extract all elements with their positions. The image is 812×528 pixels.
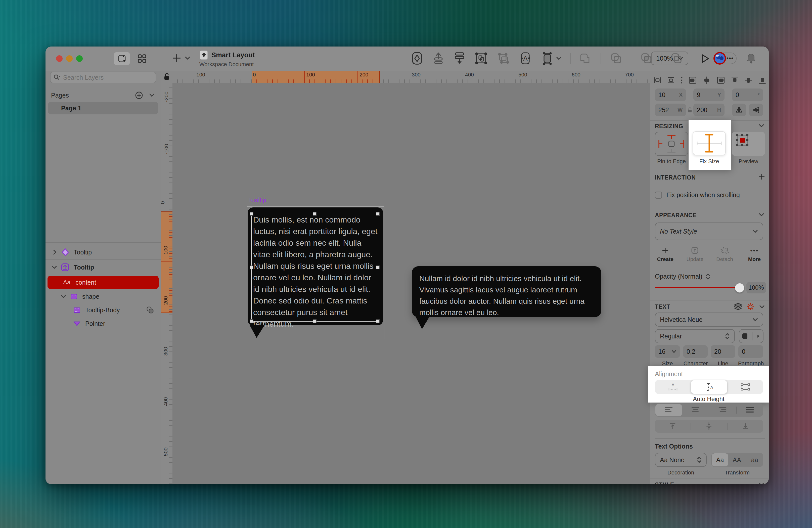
opacity-slider-knob[interactable] xyxy=(735,283,744,292)
selection-handle-w[interactable] xyxy=(250,266,253,269)
selection-handle-nw[interactable] xyxy=(250,212,253,216)
fix-position-checkbox[interactable] xyxy=(655,191,662,199)
text-styles-stack-icon[interactable] xyxy=(734,302,743,311)
fix-size-control[interactable] xyxy=(693,131,726,155)
align-middle-text[interactable] xyxy=(691,422,727,430)
align-bottom-icon[interactable] xyxy=(758,76,766,85)
smart-layout-icon[interactable] xyxy=(453,51,466,66)
text-color-well[interactable] xyxy=(739,329,764,343)
text-style-dropdown[interactable]: No Text Style xyxy=(655,223,763,240)
insert-menu-chevron[interactable] xyxy=(184,56,191,61)
add-page-button[interactable] xyxy=(134,91,144,100)
x-position-input[interactable]: 10X xyxy=(655,88,686,101)
font-weight-dropdown[interactable]: Regular xyxy=(655,329,735,343)
tooltip2-body[interactable]: Nullam id dolor id nibh ultricies vehicu… xyxy=(412,266,601,317)
transform-lowercase[interactable]: aa xyxy=(746,456,764,463)
auto-width-option[interactable]: A xyxy=(655,380,691,394)
page-item-page1[interactable]: Page 1 xyxy=(48,102,158,114)
more-styles-button[interactable]: ••• More xyxy=(740,247,769,262)
opacity-value-input[interactable]: 100% xyxy=(746,282,766,294)
more-align-options-icon[interactable] xyxy=(681,76,683,85)
zoom-level-dropdown[interactable]: 100% xyxy=(651,52,688,65)
insert-button[interactable] xyxy=(171,53,182,63)
layer-row-pointer[interactable]: Pointer xyxy=(45,317,161,330)
align-middle-v-icon[interactable] xyxy=(744,76,752,85)
text-tool-icon[interactable]: A xyxy=(519,51,532,66)
canvas-view-toggle[interactable] xyxy=(114,52,130,65)
layer-row-content-selected[interactable]: Aa content xyxy=(47,276,159,289)
transform-uppercase[interactable]: AA xyxy=(728,456,745,463)
align-top-text[interactable] xyxy=(655,423,691,430)
flip-horizontal-button[interactable] xyxy=(732,104,746,116)
text-settings-gear-icon[interactable] xyxy=(746,302,755,311)
text-collapse-chevron[interactable] xyxy=(758,304,766,310)
ruler-corner[interactable] xyxy=(161,71,173,83)
align-center-h-icon[interactable] xyxy=(702,76,711,85)
distribute-vertically-icon[interactable] xyxy=(667,76,675,84)
chevron-down-icon[interactable] xyxy=(60,294,67,299)
align-text-center[interactable] xyxy=(682,407,709,413)
font-family-dropdown[interactable]: Helvetica Neue xyxy=(655,313,763,327)
width-input[interactable]: 252W xyxy=(655,104,686,116)
flip-vertical-button[interactable] xyxy=(749,104,763,116)
align-text-right[interactable] xyxy=(709,407,736,413)
pin-to-edge-control[interactable] xyxy=(655,132,688,156)
add-interaction-button[interactable] xyxy=(758,173,765,180)
selection-handle-s[interactable] xyxy=(313,319,317,323)
notifications-button[interactable] xyxy=(745,53,757,64)
selection-handle-n[interactable] xyxy=(313,212,317,216)
tooltip2-pointer[interactable] xyxy=(415,316,430,329)
create-style-button[interactable]: Create xyxy=(650,247,680,262)
rotation-input[interactable]: 0° xyxy=(732,88,763,101)
canvas[interactable]: Tooltip Duis mollis, est non commodo luc… xyxy=(172,83,650,484)
fixed-size-option[interactable] xyxy=(727,380,763,394)
lock-ratio-icon[interactable] xyxy=(687,107,693,113)
line-height-input[interactable]: 20 xyxy=(711,345,735,358)
layer-row-tooltip-body[interactable]: Tooltip-Body xyxy=(45,303,161,316)
character-spacing-input[interactable]: 0,2 xyxy=(683,345,708,358)
group-icon[interactable] xyxy=(474,51,488,66)
paragraph-spacing-input[interactable]: 0 xyxy=(738,345,763,358)
font-size-input[interactable]: 16 xyxy=(655,345,680,358)
height-input[interactable]: 200H xyxy=(693,104,725,116)
align-top-icon[interactable] xyxy=(731,76,739,85)
justify-text[interactable] xyxy=(737,407,763,413)
layer-row-tooltip-master[interactable]: Tooltip xyxy=(45,261,161,274)
layer-row-tooltip-instance[interactable]: Tooltip xyxy=(45,246,161,259)
appearance-collapse-chevron[interactable] xyxy=(758,212,765,217)
transform-none-selected[interactable]: Aa xyxy=(712,453,728,467)
upload-symbol-icon[interactable] xyxy=(432,51,445,66)
account-cluster[interactable]: ••• xyxy=(713,52,737,65)
close-window-button[interactable] xyxy=(56,55,62,62)
selection-handle-sw[interactable] xyxy=(250,319,253,323)
auto-height-option-selected[interactable]: A xyxy=(691,380,727,394)
align-left-icon[interactable] xyxy=(688,76,697,85)
decoration-dropdown[interactable]: Aa None xyxy=(655,453,707,467)
align-right-icon[interactable] xyxy=(716,76,725,85)
style-collapse-chevron[interactable] xyxy=(758,482,765,484)
shape-tool[interactable] xyxy=(541,51,562,66)
zoom-window-button[interactable] xyxy=(76,55,83,62)
search-layers-input[interactable]: Search Layers xyxy=(50,72,156,83)
y-position-input[interactable]: 9Y xyxy=(693,88,725,101)
resizing-collapse-chevron[interactable] xyxy=(758,123,765,128)
align-bottom-text[interactable] xyxy=(727,423,763,430)
grid-view-toggle[interactable] xyxy=(134,52,150,65)
pages-collapse-chevron[interactable] xyxy=(148,92,156,98)
layer-row-shape-group[interactable]: shape xyxy=(45,290,161,303)
blend-mode-stepper-icon[interactable] xyxy=(706,273,710,280)
fix-position-row[interactable]: Fix position when scrolling xyxy=(655,191,740,199)
selection-handle-se[interactable] xyxy=(376,319,380,323)
distribute-horizontally-icon[interactable] xyxy=(653,76,662,84)
opacity-slider-track[interactable] xyxy=(655,287,740,288)
align-text-left-selected[interactable] xyxy=(655,404,682,416)
preview-play-button[interactable] xyxy=(700,53,710,64)
chevron-right-icon[interactable] xyxy=(52,249,58,255)
create-symbol-icon[interactable] xyxy=(410,51,424,66)
avatar[interactable] xyxy=(713,52,726,65)
selection-handle-e[interactable] xyxy=(376,266,380,269)
selection-handle-ne[interactable] xyxy=(376,212,380,216)
minimize-window-button[interactable] xyxy=(66,55,73,62)
symbol-title-label[interactable]: Tooltip xyxy=(248,196,266,204)
chevron-down-icon[interactable] xyxy=(51,265,58,270)
